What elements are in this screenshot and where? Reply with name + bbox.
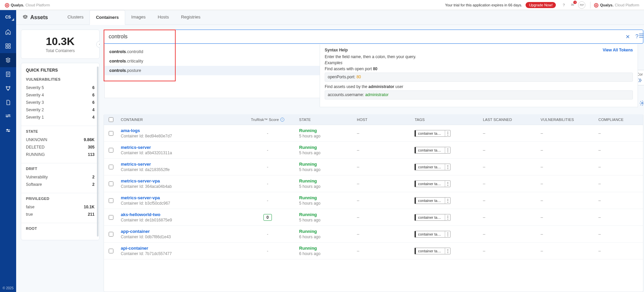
- vuln-cell: –: [538, 181, 596, 186]
- th-last-scanned[interactable]: LAST SCANNED: [480, 118, 538, 122]
- filter-row[interactable]: true211: [26, 211, 95, 218]
- help-icon[interactable]: ?: [560, 1, 567, 9]
- container-id: Container Id: b3cf50cdc967: [121, 201, 236, 206]
- tag-chip[interactable]: container tag clu...⋮: [415, 147, 451, 154]
- rail-doc-icon[interactable]: [0, 95, 16, 110]
- view-all-tokens-link[interactable]: View All Tokens: [603, 48, 633, 52]
- container-name-link[interactable]: metrics-server-vpa: [121, 178, 236, 183]
- row-checkbox[interactable]: [109, 232, 113, 237]
- th-compliance[interactable]: COMPLIANCE: [596, 118, 643, 122]
- filter-row[interactable]: RUNNING113: [26, 151, 95, 158]
- th-state[interactable]: STATE: [296, 118, 354, 122]
- tag-more-icon[interactable]: ⋮: [445, 147, 450, 153]
- th-tags[interactable]: TAGS: [412, 118, 480, 122]
- tag-more-icon[interactable]: ⋮: [445, 198, 450, 204]
- svg-point-9: [9, 115, 10, 116]
- filter-group-heading: PRIVILEGED: [26, 197, 95, 201]
- tag-chip[interactable]: container tag clu...⋮: [415, 180, 451, 187]
- table-settings-icon[interactable]: [639, 100, 644, 108]
- search-input[interactable]: [107, 31, 624, 42]
- filter-row[interactable]: Severity 46: [26, 91, 95, 99]
- container-name-link[interactable]: metrics-server: [121, 145, 236, 150]
- tag-more-icon[interactable]: ⋮: [445, 214, 450, 220]
- row-checkbox[interactable]: [109, 215, 113, 220]
- filter-row[interactable]: Severity 56: [26, 84, 95, 91]
- compliance-cell: –: [596, 181, 643, 186]
- th-host[interactable]: HOST: [354, 118, 412, 122]
- search-suggestion[interactable]: controls.criticality: [105, 56, 320, 66]
- row-checkbox[interactable]: [109, 181, 113, 186]
- container-name-link[interactable]: aks-helloworld-two: [121, 212, 236, 217]
- tag-more-icon[interactable]: ⋮: [445, 130, 450, 136]
- filter-row[interactable]: Severity 14: [26, 114, 95, 121]
- rail-home-icon[interactable]: [0, 25, 16, 39]
- rail-policies-icon[interactable]: [0, 81, 16, 95]
- container-id: Container Id: 364aca04b4ab: [121, 184, 236, 189]
- row-checkbox[interactable]: [109, 249, 113, 253]
- row-checkbox[interactable]: [109, 165, 113, 169]
- svg-point-11: [8, 131, 9, 132]
- upgrade-button[interactable]: Upgrade Now!: [526, 2, 556, 8]
- tag-more-icon[interactable]: ⋮: [445, 248, 450, 254]
- filter-row[interactable]: false10.1K: [26, 203, 95, 211]
- hamburger-icon[interactable]: [638, 32, 644, 40]
- tag-chip[interactable]: container tag clu...⋮: [415, 248, 451, 254]
- filter-row[interactable]: DELETED305: [26, 143, 95, 151]
- collapse-sidebar-button[interactable]: ‹: [96, 41, 100, 48]
- info-icon[interactable]: i: [280, 118, 284, 122]
- rail-assets-icon[interactable]: [0, 53, 16, 67]
- tab-registries[interactable]: Registries: [175, 10, 207, 25]
- state-ago: 6 hours ago: [299, 251, 352, 256]
- tag-more-icon[interactable]: ⋮: [445, 181, 450, 187]
- tab-containers[interactable]: Containers: [90, 10, 125, 25]
- search-bar[interactable]: ✕ ?: [104, 30, 643, 44]
- th-truscore[interactable]: TruRisk™ Scorei: [239, 118, 296, 122]
- row-checkbox[interactable]: [109, 198, 113, 203]
- container-name-link[interactable]: ama-logs: [121, 128, 236, 133]
- rail-dashboard-icon[interactable]: [0, 39, 16, 53]
- th-vulnerabilities[interactable]: VULNERABILITIES: [538, 118, 596, 122]
- tag-chip[interactable]: container tag clu...⋮: [415, 164, 451, 170]
- tag-chip[interactable]: container tag clu...⋮: [415, 214, 451, 221]
- brand-logo-right[interactable]: ◎ Qualys. Cloud Platform: [594, 2, 639, 8]
- user-avatar[interactable]: RP: [578, 1, 585, 9]
- tag-chip[interactable]: container tag clu...⋮: [415, 231, 451, 238]
- filter-row[interactable]: Severity 36: [26, 99, 95, 106]
- rail-config-icon[interactable]: [0, 110, 16, 124]
- filter-count: 211: [88, 212, 95, 217]
- filter-row[interactable]: Severity 24: [26, 106, 95, 114]
- tag-chip[interactable]: container tag clu...⋮: [415, 197, 451, 204]
- state-label: Running: [299, 145, 352, 150]
- tag-more-icon[interactable]: ⋮: [445, 231, 450, 237]
- brand-logo[interactable]: ◎ Qualys. Cloud Platform: [5, 2, 50, 8]
- tag-chip[interactable]: container tag clu...⋮: [415, 130, 451, 137]
- module-label[interactable]: CS: [0, 15, 16, 19]
- search-suggestion[interactable]: controls.posture: [105, 66, 320, 75]
- search-suggestion[interactable]: controls.controlId: [105, 47, 320, 56]
- clear-search-icon[interactable]: ✕: [624, 34, 631, 40]
- notifications-icon[interactable]: ✉ 1: [569, 1, 576, 9]
- container-name-link[interactable]: metrics-server: [121, 162, 236, 167]
- select-all-checkbox[interactable]: [109, 117, 113, 122]
- container-name-link[interactable]: app-container: [121, 229, 236, 234]
- main-column: ✕ ? controls.controlIdcontrols.criticali…: [100, 25, 644, 292]
- row-checkbox[interactable]: [109, 131, 113, 136]
- state-label: Running: [299, 246, 352, 251]
- filter-group-heading: VULNERABILITIES: [26, 77, 95, 81]
- rail-settings-icon[interactable]: [0, 124, 16, 138]
- tab-images[interactable]: Images: [125, 10, 152, 25]
- filter-row[interactable]: Vulnerability2: [26, 173, 95, 181]
- rail-report-icon[interactable]: [0, 67, 16, 81]
- row-checkbox[interactable]: [109, 148, 113, 153]
- container-name-link[interactable]: api-container: [121, 246, 236, 251]
- filter-row[interactable]: Software2: [26, 181, 95, 188]
- suggestion-list: controls.controlIdcontrols.criticalityco…: [104, 44, 320, 98]
- th-container[interactable]: CONTAINER: [118, 118, 239, 122]
- scrollbar[interactable]: [97, 67, 99, 237]
- filter-label: Severity 2: [26, 108, 44, 112]
- tab-hosts[interactable]: Hosts: [152, 10, 175, 25]
- tab-clusters[interactable]: Clusters: [61, 10, 90, 25]
- container-name-link[interactable]: metrics-server-vpa: [121, 195, 236, 200]
- filter-row[interactable]: UNKNOWN9.86K: [26, 136, 95, 143]
- tag-more-icon[interactable]: ⋮: [445, 164, 450, 170]
